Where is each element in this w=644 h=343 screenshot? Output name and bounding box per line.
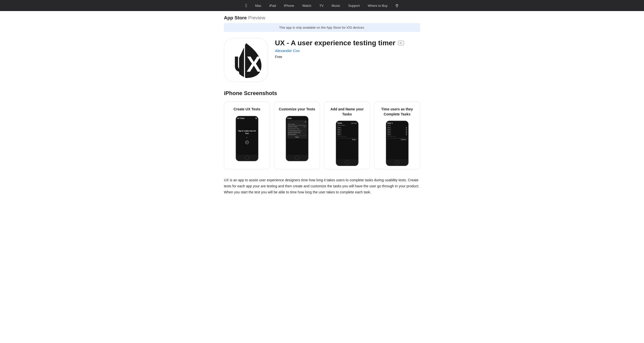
ps3-task2: Task 2 — [337, 128, 357, 130]
ps4-back-icon[interactable]: ‹ — [387, 139, 388, 140]
ps2-tasks-count: — 5 + — [303, 126, 306, 127]
nav-iphone[interactable]: iPhone — [284, 4, 294, 8]
screenshot-card-3: Add and Name your Tasks Tasks edit tasks… — [324, 102, 370, 169]
ps3-task3: Task 3 — [337, 130, 357, 132]
ps1-title: UX Tests — [237, 117, 245, 119]
screenshot-card-4: Time users as they Complete Tasks User 1… — [374, 102, 420, 169]
nav-watch[interactable]: Watch — [302, 4, 311, 8]
ps1-home-button — [245, 155, 249, 160]
ps3-back-icon[interactable]: ‹ — [337, 139, 338, 140]
ps2-tasks-label: Number of Tasks — [288, 126, 297, 127]
ps1-header: UX Tests ☰ — [237, 117, 257, 119]
screenshot-label-2: Customize your Tests — [279, 107, 315, 112]
nav-tv[interactable]: TV — [319, 4, 324, 8]
nav-where-to-buy[interactable]: Where to Buy — [368, 4, 388, 8]
ps1-arrow-icon: ↓ — [246, 136, 248, 139]
ps3-task4: Task 4 — [337, 132, 357, 134]
ps1-menu-icon: ☰ — [255, 117, 257, 119]
ps3-title: Tasks — [337, 122, 342, 124]
availability-banner: This app is only available on the App St… — [224, 23, 420, 32]
nav-ipad[interactable]: iPad — [269, 4, 276, 8]
ps2-test-name-input[interactable]: Test name — [288, 123, 306, 125]
ps2-docs-label: Documents for User... — [288, 128, 306, 130]
screenshot-card-2: Customize your Tests Tests ✕ Test name N… — [274, 102, 320, 169]
ps3-header: Tasks edit tasks — [337, 122, 357, 124]
app-header: U X UX - A user experience testing timer… — [224, 38, 420, 82]
screenshot-label-1: Create UX Tests — [233, 107, 260, 112]
screenshots-grid: Create UX Tests UX Tests ☰ Tap to create… — [224, 102, 420, 169]
ps4-task1: Task 1 — [387, 127, 407, 128]
ps4-header: User 1 — [387, 122, 407, 124]
ps3-subtitle: Ohana Test 1 — [337, 124, 357, 126]
ps2-title: Tests — [287, 117, 292, 119]
app-info: UX - A user experience testing timer 4+ … — [275, 38, 404, 59]
description-section: UX is an app to assist user experience d… — [224, 177, 420, 195]
phone-screen-3: Tasks edit tasks Ohana Test 1 Task 1 Tas… — [336, 121, 358, 159]
app-icon: U X — [224, 38, 268, 82]
screenshot-label-4: Time users as they Complete Tasks — [377, 107, 417, 117]
ps2-save-button[interactable]: Save — [288, 136, 306, 138]
description-text: UX is an app to assist user experience d… — [224, 177, 420, 195]
search-icon[interactable]: ⚲ — [395, 3, 398, 8]
screenshots-section: iPhone Screenshots Create UX Tests UX Te… — [224, 90, 420, 169]
ps1-body-text: Tap to create new UX Test — [237, 130, 257, 135]
screenshot-card-1: Create UX Tests UX Tests ☰ Tap to create… — [224, 102, 270, 169]
nav-mac[interactable]: Mac — [255, 4, 261, 8]
ps2-doc3: NPS Questions — [288, 134, 306, 135]
ps3-edit-label[interactable]: edit tasks — [351, 122, 357, 124]
ps2-header: Tests — [287, 117, 307, 119]
screenshots-title: iPhone Screenshots — [224, 90, 420, 97]
ps4-add-task[interactable]: Add new Task... — [387, 136, 407, 137]
screenshot-label-3: Add and Name your Tasks — [327, 107, 367, 117]
app-developer[interactable]: Alexander Cox — [275, 49, 404, 53]
svg-text:X: X — [247, 52, 261, 76]
nav-music[interactable]: Music — [332, 4, 340, 8]
ps2-dialog: ✕ Test name Number of Tasks — 5 + Docume… — [287, 120, 307, 139]
ps4-capture-btn[interactable]: Capture › — [400, 139, 407, 140]
availability-text: This app is only available on the App St… — [279, 26, 365, 29]
ps4-home-button — [395, 160, 399, 165]
ps1-plus-btn[interactable]: + — [245, 141, 249, 144]
ps4-task3: Task 3 — [387, 130, 407, 132]
ps3-task5: Task 5 — [337, 134, 357, 135]
ps3-begin-row: ‹ Begin › — [337, 138, 357, 140]
ps2-close-icon: ✕ — [288, 121, 306, 123]
phone-mockup-4: User 1 Tasks Task 1 Task 2 Task 3 Task 4… — [386, 121, 409, 166]
navigation:  Mac iPad iPhone Watch TV Music Support… — [0, 0, 644, 11]
ps4-subtitle: Tasks — [387, 124, 407, 126]
ps4-title: User 1 — [387, 122, 393, 124]
ps2-doc1: UX Test Release Form ✓ — [288, 130, 306, 132]
nav-support[interactable]: Support — [348, 4, 360, 8]
phone-screen-1: UX Tests ☰ Tap to create new UX Test ↓ + — [236, 116, 258, 155]
breadcrumb-preview: Preview — [248, 15, 265, 21]
ps2-doc2: PSSUQ Questionnaire — [288, 132, 306, 133]
ps1-body: Tap to create new UX Test ↓ + — [237, 120, 257, 154]
apple-logo-icon[interactable]:  — [246, 3, 247, 8]
phone-screen-2: Tests ✕ Test name Number of Tasks — 5 + … — [286, 116, 308, 155]
ps2-home-button — [295, 155, 299, 160]
ps4-task2: Task 2 — [387, 128, 407, 130]
breadcrumb-appstore[interactable]: App Store — [224, 15, 247, 21]
app-price: Free — [275, 55, 404, 59]
phone-mockup-3: Tasks edit tasks Ohana Test 1 Task 1 Tas… — [336, 121, 358, 166]
ps3-task1: Task 1 — [337, 127, 357, 128]
app-title: UX - A user experience testing timer — [275, 39, 395, 47]
ps3-home-button — [345, 160, 349, 165]
ps3-begin-btn[interactable]: Begin › — [352, 139, 357, 140]
breadcrumb: App Store Preview — [224, 11, 420, 23]
phone-mockup-2: Tests ✕ Test name Number of Tasks — 5 + … — [286, 116, 308, 161]
app-title-row: UX - A user experience testing timer 4+ — [275, 39, 404, 47]
phone-screen-4: User 1 Tasks Task 1 Task 2 Task 3 Task 4… — [386, 121, 408, 159]
ps3-add-task[interactable]: Add a new task... — [337, 136, 357, 137]
phone-mockup-1: UX Tests ☰ Tap to create new UX Test ↓ + — [236, 116, 258, 161]
ps4-capture-row: ‹ Capture › — [387, 138, 407, 140]
ps4-task5: Task 5 — [387, 134, 407, 135]
age-badge: 4+ — [398, 41, 404, 45]
ps4-task4: Task 4 — [387, 132, 407, 134]
ps2-tasks-row: Number of Tasks — 5 + — [288, 126, 306, 127]
